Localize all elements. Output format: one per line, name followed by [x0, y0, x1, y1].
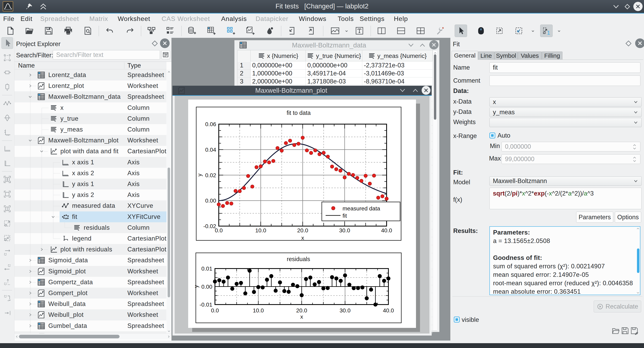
svg-text:40.0: 40.0	[383, 307, 394, 314]
svg-text:0.0: 0.0	[211, 307, 219, 314]
svg-text:30.0: 30.0	[339, 227, 350, 234]
svg-text:0.0: 0.0	[215, 227, 223, 234]
svg-text:20.0: 20.0	[297, 227, 308, 234]
svg-text:-0.02: -0.02	[203, 223, 216, 229]
svg-text:0.00: 0.00	[205, 198, 216, 204]
svg-text:30.0: 30.0	[340, 307, 350, 314]
svg-text:fit: fit	[342, 213, 347, 219]
svg-text:0.00: 0.00	[202, 284, 212, 290]
svg-text:x: x	[301, 235, 304, 241]
svg-text:40.0: 40.0	[381, 227, 392, 234]
svg-text:x: x	[300, 314, 303, 320]
svg-text:10.0: 10.0	[255, 227, 266, 234]
svg-text:fit to data: fit to data	[286, 110, 311, 116]
svg-text:1: 1	[547, 29, 550, 35]
svg-text:residuals: residuals	[287, 256, 310, 262]
svg-text:0.01: 0.01	[202, 266, 212, 272]
svg-text:measured data: measured data	[342, 205, 380, 212]
svg-text:20.0: 20.0	[296, 307, 307, 314]
svg-text:-0.01: -0.01	[200, 302, 212, 308]
svg-text:0.04: 0.04	[205, 147, 216, 153]
svg-text:y: y	[196, 174, 203, 176]
svg-text:10.0: 10.0	[253, 307, 264, 314]
svg-text:0.02: 0.02	[205, 172, 216, 178]
svg-text:y: y	[193, 285, 199, 288]
svg-text:0.06: 0.06	[205, 121, 216, 127]
